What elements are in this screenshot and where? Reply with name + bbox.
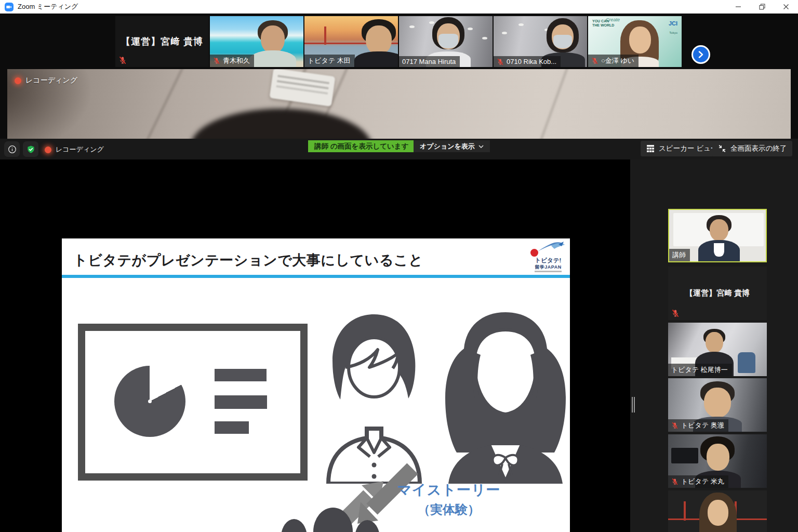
- meeting-info-button[interactable]: [4, 141, 20, 157]
- muted-mic-icon: [118, 56, 127, 64]
- presentation-board-graphic: [78, 324, 308, 481]
- chair-backdrop: [738, 352, 755, 373]
- video-tile-miyazaki[interactable]: 【運営】宮﨑 貴博: [115, 16, 209, 67]
- panel-resize-handle[interactable]: [632, 397, 636, 413]
- jci-logo: JCI Tokyo: [669, 19, 677, 35]
- viewing-screen-banner: 講師 の画面を表示しています: [308, 140, 415, 152]
- view-options-button[interactable]: オプションを表示: [414, 140, 490, 152]
- ceiling-fixture: [270, 69, 336, 107]
- recording-dot-icon: [15, 77, 21, 84]
- video-tile-kida[interactable]: トビタテ 木田: [304, 16, 398, 67]
- pie-chart-icon: [114, 366, 185, 437]
- bird-logo-icon: [536, 241, 566, 254]
- participants-panel: 講師 【運営】宮﨑 貴博 トビタテ 松尾博一: [630, 159, 798, 532]
- security-shield-button[interactable]: [23, 141, 38, 157]
- meeting-control-bar: レコーディング 講師 の画面を表示しています オプションを表示 スピーカー ビュ…: [0, 139, 798, 159]
- tobitate-logo: トビタテ! 留学JAPAN: [526, 241, 570, 275]
- participant-label: トビタテ 米丸: [668, 475, 728, 488]
- exit-fullscreen-icon: [718, 144, 726, 153]
- video-tile-aoki[interactable]: 青木和久: [210, 16, 303, 67]
- audience-silhouette: [281, 519, 307, 532]
- muted-mic-icon: [671, 422, 679, 429]
- muted-mic-icon: [671, 478, 679, 485]
- video-tile-koshi-active-speaker[interactable]: 講師: [668, 209, 767, 262]
- sun-icon: [530, 249, 538, 257]
- male-student-silhouette: [319, 311, 429, 484]
- recording-dot-icon: [45, 147, 51, 153]
- muted-mic-icon: [671, 309, 680, 317]
- spotlight-video[interactable]: レコーディング: [7, 69, 791, 139]
- minimize-button[interactable]: [726, 0, 750, 14]
- close-button[interactable]: [774, 0, 798, 14]
- presenter-head: [190, 109, 372, 139]
- muted-mic-icon: [497, 58, 504, 65]
- presentation-slide: トビタテがプレゼンテーションで大事にしていること トビタテ! 留学JAPAN: [62, 238, 570, 532]
- video-tile-matsuo[interactable]: トビタテ 松尾博一: [668, 323, 767, 376]
- participant-label: 0710 Rika Kob...: [494, 56, 561, 67]
- video-tile-yonemaru[interactable]: トビタテ 米丸: [668, 434, 767, 488]
- slide-title: トビタテがプレゼンテーションで大事にしていること: [73, 251, 423, 270]
- participant-video: [354, 19, 398, 67]
- participant-label: トビタテ 奥瀧: [668, 419, 728, 432]
- participant-label: 青木和久: [210, 55, 254, 67]
- recording-status: レコーディング: [45, 145, 104, 154]
- next-participants-button[interactable]: [691, 45, 710, 64]
- video-tile-hiruta[interactable]: 0717 Mana Hiruta: [399, 16, 493, 67]
- participant-video: [248, 20, 295, 67]
- participant-label: ○金澤 ゆい: [588, 55, 639, 67]
- female-student-silhouette: [440, 309, 570, 484]
- top-video-strip: 【運営】宮﨑 貴博 青木和久 トビタテ 木田: [0, 14, 798, 69]
- title-bar: Zoom ミーティング: [0, 0, 798, 14]
- recording-indicator: レコーディング: [15, 76, 77, 85]
- exit-fullscreen-button[interactable]: 全画面表示の終了: [712, 141, 792, 156]
- participant-name: 【運営】宮﨑 貴博: [121, 35, 203, 48]
- video-tile-rika[interactable]: 0710 Rika Kob...: [494, 16, 587, 67]
- video-tile-bridge-participant[interactable]: [668, 490, 767, 532]
- participant-label: 0717 Mana Hiruta: [399, 56, 460, 67]
- participant-video: [695, 493, 741, 532]
- video-tile-okutaki[interactable]: トビタテ 奥瀧: [668, 378, 767, 432]
- zoom-app-icon: [5, 3, 14, 11]
- window-title: Zoom ミーティング: [18, 2, 78, 11]
- video-tile-miyazaki-panel[interactable]: 【運営】宮﨑 貴博: [668, 267, 767, 320]
- main-content: トビタテがプレゼンテーションで大事にしていること トビタテ! 留学JAPAN: [0, 159, 798, 532]
- muted-mic-icon: [213, 57, 220, 64]
- shared-screen-area: トビタテがプレゼンテーションで大事にしていること トビタテ! 留学JAPAN: [0, 159, 630, 532]
- video-tile-kanazawa[interactable]: YOU CAN THE WORLD Create JCI Tokyo ○金澤 ゆ…: [588, 16, 682, 67]
- title-underline: [62, 275, 570, 278]
- participant-video: [698, 215, 740, 262]
- slide-annotation: マイストーリー （実体験）: [389, 481, 509, 518]
- muted-mic-icon: [591, 57, 598, 64]
- participant-label: 講師: [669, 249, 690, 261]
- participant-label: トビタテ 木田: [304, 55, 355, 67]
- participant-name: 【運営】宮﨑 貴博: [685, 288, 750, 298]
- participant-label: トビタテ 松尾博一: [668, 364, 732, 376]
- restore-button[interactable]: [750, 0, 774, 14]
- grid-view-icon: [646, 144, 655, 153]
- zoom-meeting-window: Zoom ミーティング 【運営】宮﨑 貴博: [0, 0, 798, 532]
- monitor-backdrop: [671, 448, 698, 463]
- speaker-view-button[interactable]: スピーカー ビュー: [641, 141, 723, 156]
